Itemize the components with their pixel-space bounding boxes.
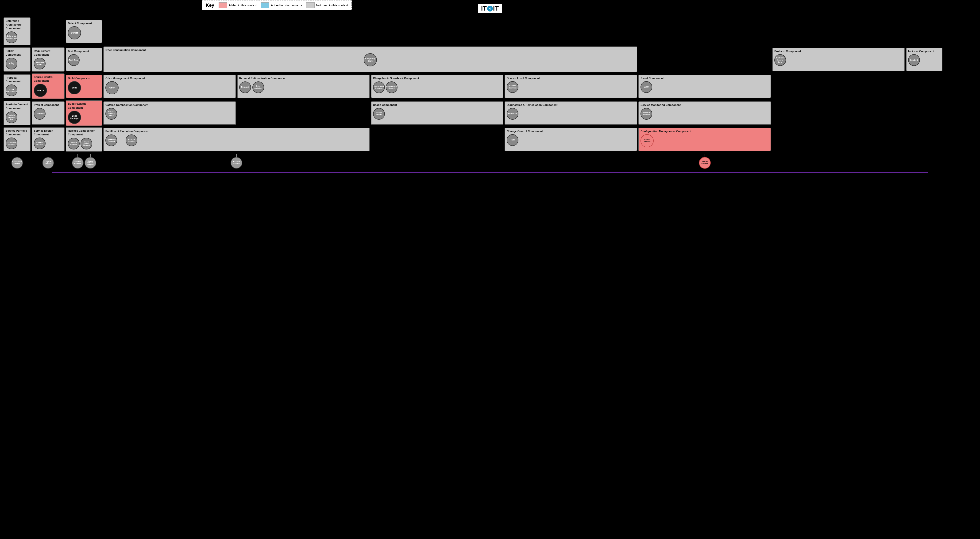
diagram-row-1: Policy Component Policy Requirement Comp…	[3, 46, 977, 72]
bottom-desired-node-wrap: Desired Service	[231, 154, 242, 169]
requirement-title: Requirement Component	[34, 49, 62, 57]
bottom-empty	[371, 153, 504, 170]
requirement-box: Requirement Component Require-ment	[32, 48, 65, 71]
service-portfolio-node: Conceptual Service	[6, 138, 29, 149]
build-circle: Build	[68, 81, 81, 94]
cell-offer-consumption: Offer Consumption Component Shopping Car…	[103, 46, 637, 72]
diagram-row-3: Portfolio Demand Component Portfolio Bac…	[3, 100, 977, 126]
diagram-row-0: Enterprise Architecture Component Enterp…	[3, 17, 977, 45]
cell-source-control: Source Control Component Source	[32, 73, 65, 99]
cell-chargeback: Chargeback/ Showback Component Charge-ba…	[371, 73, 504, 99]
bottom-actual: Actual Service	[638, 153, 771, 170]
empty-box-r0c9	[906, 30, 942, 33]
bottom-actual-wrap: Actual Service	[638, 153, 771, 170]
cell-project: Project Component IT Initiative	[32, 100, 65, 126]
service-design-box: Service Design Component Logical Service	[32, 127, 65, 151]
bottom-conceptual-wrap: Conceptual Service	[3, 153, 30, 170]
service-catalog-entry-circle: Service Catalog Entry	[105, 108, 117, 120]
proposal-box: Proposal Component Scope Agree-ment	[3, 74, 30, 98]
service-level-node: Service Contract	[507, 81, 635, 93]
service-design-title: Service Design Component	[34, 129, 62, 136]
key-label-blue: Added in prior contexts	[271, 3, 302, 7]
release-composition-title: Release Composition Component	[68, 129, 100, 136]
cell-defect: Defect Component Defect	[66, 17, 102, 45]
cell-proposal: Proposal Component Scope Agree-ment	[3, 73, 30, 99]
connector-line-desired	[236, 154, 237, 157]
enterprise-arch-box: Enterprise Architecture Component Enterp…	[3, 17, 30, 45]
cell-incident: Incident Component Incident	[906, 46, 942, 72]
shopping-cart-circle: Shopping Cart	[364, 53, 377, 67]
test-box: Test Component Test Case	[66, 48, 102, 71]
fulfillment-exec-node-wrap: Fulfill-ment Request Desired Service	[105, 135, 368, 146]
connector-line-blueprint	[90, 154, 91, 157]
key-item-gray: Not used in this context	[306, 2, 348, 8]
cell-empty-r0c3	[103, 17, 905, 45]
empty-box-r0c1	[32, 30, 65, 33]
chargeback-node-wrap: Charge-back Contract Charge-back Record	[373, 81, 501, 93]
service-design-node: Logical Service	[34, 138, 62, 149]
logo-text2: IT	[493, 5, 499, 12]
offer-consumption-box: Offer Consumption Component Shopping Car…	[103, 46, 637, 72]
test-title: Test Component	[68, 49, 100, 53]
service-monitoring-title: Service Monitoring Component	[641, 103, 769, 107]
bottom-conceptual-circle: Conceptual Service	[11, 157, 23, 169]
request-circle: Request	[239, 81, 251, 93]
logo-area: IT4IT	[2, 2, 978, 15]
cell-usage: Usage Component Usage Record	[371, 100, 504, 126]
bottom-logical-circle: Logical Service	[42, 157, 54, 169]
fulfillment-request-circle: Fulfill-ment Request	[105, 135, 117, 146]
release-composition-node-wrap: Service Release Service Release Blueprin…	[68, 138, 100, 149]
cell-empty-r0c1	[32, 17, 65, 45]
config-mgmt-box: Configuration Management Component Actua…	[638, 128, 771, 151]
bottom-line-svg	[3, 171, 977, 174]
change-control-title: Change Control Component	[507, 129, 635, 133]
test-node: Test Case	[68, 54, 100, 66]
defect-node: Defect	[68, 26, 100, 40]
policy-box: Policy Component Policy	[3, 48, 30, 71]
config-mgmt-node: Actual Service	[641, 134, 769, 147]
incident-title: Incident Component	[908, 49, 940, 53]
build-package-box: Build Package Component Build Package	[66, 100, 102, 126]
build-box: Build Component Build	[66, 75, 102, 98]
cell-service-level: Service Level Component Service Contract	[504, 73, 637, 99]
usage-node: Usage Record	[373, 108, 501, 120]
diagnostics-title: Diagnostics & Remediation Component	[507, 103, 635, 107]
bottom-desired-circle: Desired Service	[231, 157, 242, 169]
test-circle: Test Case	[68, 54, 80, 66]
diagram-table: Enterprise Architecture Component Enterp…	[2, 16, 978, 171]
bottom-connector-bar	[3, 171, 977, 174]
release-composition-box: Release Composition Component Service Re…	[66, 127, 102, 152]
cell-offer-mgmt: Offer Management Component Offer	[103, 73, 236, 99]
event-node: Event	[641, 81, 769, 93]
defect-circle: Defect	[68, 26, 81, 40]
cell-request-rationalization: Request Rationalization Component Reques…	[237, 73, 370, 99]
subscription-circle: Sub-scription	[252, 81, 264, 93]
service-contract-circle: Service Contract	[507, 81, 519, 93]
problem-node: Problem, Known Error	[774, 54, 903, 66]
cell-test: Test Component Test Case	[66, 46, 102, 72]
diagnostics-box: Diagnostics & Remediation Component Run …	[504, 101, 637, 125]
fulfillment-exec-box: Fulfillment Execution Component Fulfill-…	[103, 128, 370, 151]
request-rationalization-title: Request Rationalization Component	[239, 76, 368, 80]
policy-node: Policy	[6, 58, 29, 70]
enterprise-arch-node: Enterprise Architecture	[6, 32, 29, 43]
cell-config-mgmt: Configuration Management Component Actua…	[638, 127, 771, 152]
run-book-circle: Run Book	[507, 108, 519, 120]
diagram-row-4: Service Portfolio Component Conceptual S…	[3, 127, 977, 152]
usage-box: Usage Component Usage Record	[371, 101, 504, 125]
connector-line-logical	[48, 154, 48, 157]
service-portfolio-title: Service Portfolio Component	[6, 129, 29, 136]
offer-mgmt-node: Offer	[105, 81, 234, 94]
service-release-blueprint-circle: Service Release Blueprint	[81, 138, 92, 149]
key-swatch-pink	[219, 2, 227, 8]
offer-circle: Offer	[105, 81, 119, 94]
key-swatch-blue	[261, 2, 269, 8]
cell-event: Event Component Event	[638, 73, 771, 99]
bottom-service-release-wrap: Service Release	[72, 154, 84, 169]
key-swatch-gray	[306, 2, 315, 8]
connector-line-actual	[705, 154, 705, 157]
empty-r3c4	[237, 112, 370, 114]
config-mgmt-title: Configuration Management Component	[641, 129, 769, 133]
source-circle: Source	[34, 84, 47, 97]
offer-consumption-node-wrap: Shopping Cart	[105, 53, 635, 67]
